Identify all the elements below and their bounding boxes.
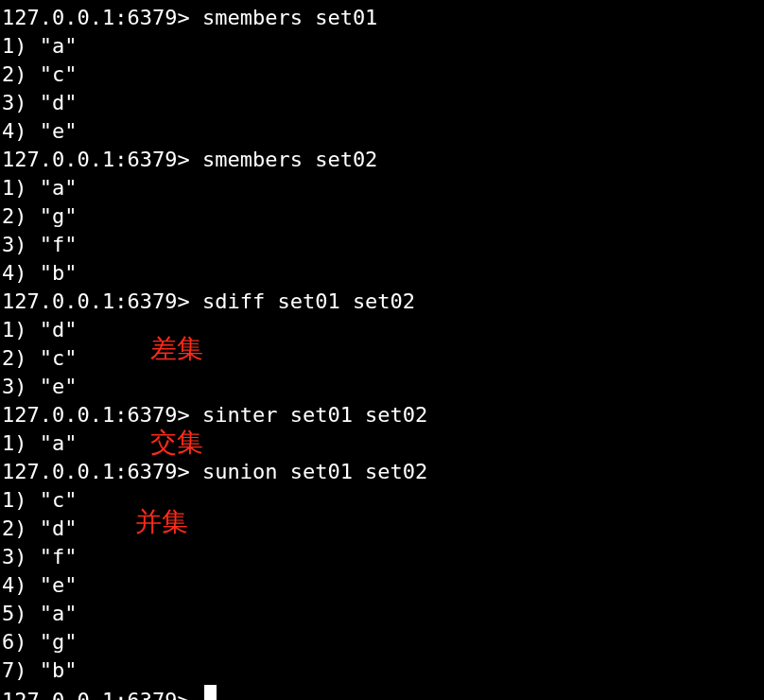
terminal-output[interactable]: 127.0.0.1:6379> smembers set01 1) "a" 2)…	[2, 4, 762, 700]
result-line: 3) "f"	[2, 231, 762, 259]
command-text: sdiff set01 set02	[202, 288, 415, 316]
result-line: 3) "d"	[2, 89, 762, 117]
result-line: 1) "a"	[2, 429, 762, 458]
prompt: 127.0.0.1:6379>	[2, 401, 190, 429]
command-line: 127.0.0.1:6379> smembers set01	[2, 4, 762, 32]
result-line: 7) "b"	[2, 656, 762, 685]
command-text: smembers set01	[202, 4, 377, 32]
command-text: sinter set01 set02	[202, 401, 427, 429]
prompt: 127.0.0.1:6379>	[2, 458, 190, 486]
command-line-active[interactable]: 127.0.0.1:6379>	[2, 685, 762, 700]
cursor-icon	[204, 685, 217, 700]
result-line: 1) "a"	[2, 32, 762, 61]
annotation-union: 并集	[135, 508, 188, 536]
prompt: 127.0.0.1:6379>	[2, 4, 190, 32]
result-line: 4) "e"	[2, 571, 762, 600]
result-line: 6) "g"	[2, 628, 762, 656]
command-text: smembers set02	[202, 146, 377, 174]
command-line: 127.0.0.1:6379> smembers set02	[2, 146, 762, 174]
result-line: 2) "g"	[2, 202, 762, 231]
prompt: 127.0.0.1:6379>	[2, 687, 190, 700]
result-line: 4) "e"	[2, 117, 762, 146]
annotation-intersect: 交集	[150, 429, 203, 457]
result-line: 5) "a"	[2, 600, 762, 628]
result-line: 4) "b"	[2, 259, 762, 288]
command-line: 127.0.0.1:6379> sinter set01 set02	[2, 401, 762, 429]
result-line: 1) "a"	[2, 174, 762, 202]
result-line: 3) "e"	[2, 373, 762, 401]
result-line: 1) "d"	[2, 316, 762, 344]
result-line: 3) "f"	[2, 543, 762, 571]
command-line: 127.0.0.1:6379> sunion set01 set02	[2, 458, 762, 486]
result-line: 2) "c"	[2, 61, 762, 89]
annotation-diff: 差集	[150, 335, 203, 363]
command-text: sunion set01 set02	[202, 458, 427, 486]
prompt: 127.0.0.1:6379>	[2, 288, 190, 316]
result-line: 2) "d"	[2, 515, 762, 543]
command-line: 127.0.0.1:6379> sdiff set01 set02	[2, 288, 762, 316]
prompt: 127.0.0.1:6379>	[2, 146, 190, 174]
result-line: 2) "c"	[2, 344, 762, 373]
result-line: 1) "c"	[2, 486, 762, 515]
